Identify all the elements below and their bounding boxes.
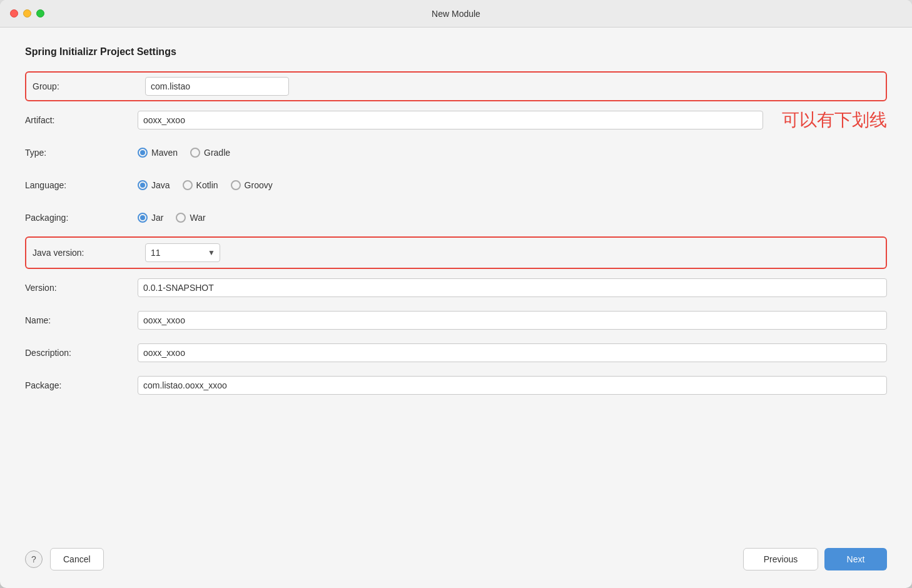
packaging-row: Packaging: Jar War <box>25 201 887 234</box>
description-row: Description: <box>25 337 887 369</box>
artifact-input[interactable] <box>138 111 763 129</box>
language-java-radio[interactable] <box>138 180 148 190</box>
content-area: Spring Initializr Project Settings Group… <box>0 28 912 538</box>
packaging-war-option[interactable]: War <box>176 213 205 223</box>
type-label: Type: <box>25 148 138 158</box>
version-input[interactable] <box>138 278 887 297</box>
traffic-lights <box>10 9 44 18</box>
footer: ? Cancel Previous Next <box>0 538 912 588</box>
title-bar: New Module <box>0 0 912 28</box>
language-groovy-label: Groovy <box>245 180 273 190</box>
maximize-button[interactable] <box>36 9 44 18</box>
packaging-war-radio[interactable] <box>176 213 186 223</box>
form-grid: Group: Artifact: 可以有下划线 Type: Maven <box>25 71 887 402</box>
window: New Module Spring Initializr Project Set… <box>0 0 912 588</box>
packaging-jar-label: Jar <box>151 213 163 223</box>
name-label: Name: <box>25 315 138 325</box>
next-button[interactable]: Next <box>824 548 887 570</box>
artifact-label: Artifact: <box>25 115 138 125</box>
packaging-jar-radio[interactable] <box>138 213 148 223</box>
artifact-annotation: 可以有下划线 <box>782 108 887 132</box>
language-groovy-radio[interactable] <box>231 180 241 190</box>
type-row: Type: Maven Gradle <box>25 136 887 169</box>
type-gradle-label: Gradle <box>204 148 230 158</box>
type-maven-radio[interactable] <box>138 148 148 158</box>
package-input[interactable] <box>138 376 887 395</box>
group-label: Group: <box>33 81 145 91</box>
group-input[interactable] <box>145 77 289 96</box>
language-row: Language: Java Kotlin Groovy <box>25 169 887 201</box>
packaging-radio-group: Jar War <box>138 213 206 223</box>
name-row: Name: <box>25 304 887 337</box>
packaging-war-label: War <box>190 213 205 223</box>
language-radio-group: Java Kotlin Groovy <box>138 180 273 190</box>
packaging-jar-option[interactable]: Jar <box>138 213 163 223</box>
language-kotlin-option[interactable]: Kotlin <box>183 180 218 190</box>
type-gradle-option[interactable]: Gradle <box>190 148 230 158</box>
minimize-button[interactable] <box>23 9 31 18</box>
language-kotlin-radio[interactable] <box>183 180 193 190</box>
footer-left: ? Cancel <box>25 548 104 570</box>
description-label: Description: <box>25 348 138 358</box>
footer-right: Previous Next <box>743 548 887 570</box>
package-label: Package: <box>25 380 138 390</box>
description-input[interactable] <box>138 343 887 362</box>
version-row: Version: <box>25 271 887 304</box>
java-version-select-wrapper: 8 11 17 ▼ <box>145 243 220 262</box>
help-button[interactable]: ? <box>25 550 43 568</box>
previous-button[interactable]: Previous <box>743 548 818 570</box>
language-java-option[interactable]: Java <box>138 180 170 190</box>
java-version-select[interactable]: 8 11 17 <box>145 243 220 262</box>
type-radio-group: Maven Gradle <box>138 148 230 158</box>
cancel-button[interactable]: Cancel <box>50 548 104 570</box>
java-version-row-highlighted: Java version: 8 11 17 ▼ <box>25 236 887 269</box>
artifact-row: Artifact: 可以有下划线 <box>25 104 887 136</box>
window-title: New Module <box>432 9 480 19</box>
java-version-label: Java version: <box>33 248 145 258</box>
version-label: Version: <box>25 283 138 293</box>
language-java-label: Java <box>151 180 170 190</box>
language-kotlin-label: Kotlin <box>196 180 218 190</box>
section-title: Spring Initializr Project Settings <box>25 46 887 58</box>
type-maven-label: Maven <box>151 148 178 158</box>
packaging-label: Packaging: <box>25 213 138 223</box>
type-maven-option[interactable]: Maven <box>138 148 178 158</box>
close-button[interactable] <box>10 9 18 18</box>
package-row: Package: <box>25 369 887 402</box>
language-groovy-option[interactable]: Groovy <box>231 180 273 190</box>
language-label: Language: <box>25 180 138 190</box>
name-input[interactable] <box>138 311 887 330</box>
group-row-highlighted: Group: <box>25 71 887 101</box>
type-gradle-radio[interactable] <box>190 148 200 158</box>
